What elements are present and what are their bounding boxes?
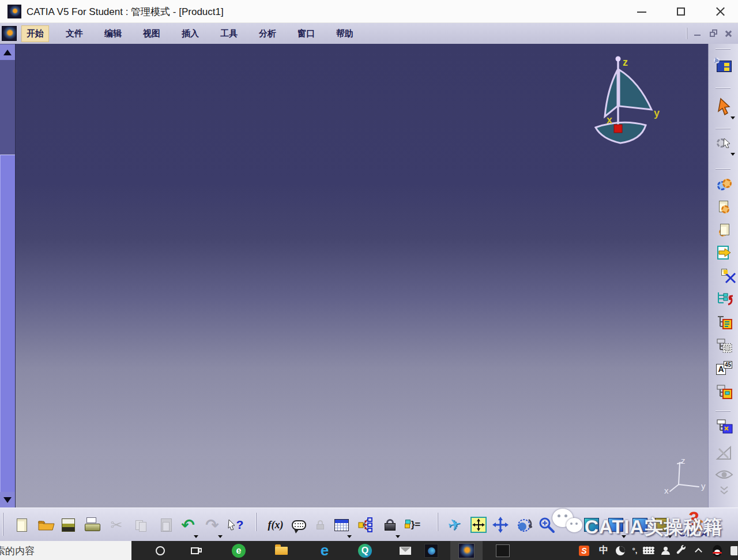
- doc-gear-icon[interactable]: [713, 196, 735, 217]
- menu-item-help[interactable]: 帮助: [332, 26, 358, 42]
- toolbar-handle[interactable]: [716, 48, 731, 50]
- mdi-close-button[interactable]: [722, 27, 736, 40]
- more-tools-chevron-icon[interactable]: [713, 484, 735, 497]
- user-icon[interactable]: [657, 541, 673, 560]
- scroll-up-button[interactable]: [0, 44, 15, 60]
- task-view-icon[interactable]: [183, 541, 206, 560]
- mail-app-icon[interactable]: [394, 541, 417, 560]
- a45-numbering-icon[interactable]: A 45: [713, 359, 735, 379]
- catia-app-icon: [7, 5, 21, 18]
- formula-fx-icon[interactable]: f(x): [265, 514, 286, 536]
- menu-item-tools[interactable]: 工具: [216, 26, 242, 42]
- tree-orange-node-icon[interactable]: [713, 382, 735, 403]
- settings-wrench-icon[interactable]: [672, 541, 690, 560]
- relations-icon[interactable]: [356, 514, 376, 536]
- ime-symbols-indicator[interactable]: °,: [628, 541, 641, 560]
- menu-item-analyze[interactable]: 分析: [254, 26, 281, 42]
- maximize-button[interactable]: [668, 0, 694, 23]
- edge-browser-icon[interactable]: e: [313, 541, 336, 560]
- save-icon[interactable]: [58, 514, 78, 536]
- tree-yellow-node-icon[interactable]: [713, 313, 735, 333]
- menu-item-start[interactable]: 开始: [21, 25, 49, 42]
- dropdown-arrow-icon[interactable]: [396, 535, 400, 538]
- view-mode-perspective-icon[interactable]: [630, 514, 650, 536]
- scrollbar-thumb[interactable]: [0, 155, 15, 492]
- catia-taskbar-button-active[interactable]: [450, 541, 483, 560]
- lock-icon[interactable]: [379, 514, 400, 536]
- menu-item-insert[interactable]: 插入: [177, 26, 204, 42]
- dropdown-arrow-icon[interactable]: [731, 153, 735, 156]
- scroll-down-button[interactable]: [0, 492, 15, 508]
- hidden-icons-chevron[interactable]: [691, 541, 706, 560]
- pan-icon[interactable]: [490, 514, 511, 536]
- hide-show-eye-icon[interactable]: [713, 464, 735, 485]
- toolbar-handle[interactable]: [716, 128, 731, 129]
- ime-chinese-indicator[interactable]: 中: [596, 541, 612, 560]
- menu-item-window[interactable]: 窗口: [293, 26, 319, 42]
- tree-dashed-node-icon[interactable]: [713, 336, 735, 356]
- select-arrow-icon[interactable]: [713, 96, 735, 117]
- qq-browser-icon[interactable]: Q: [353, 541, 376, 560]
- taskbar-search-box[interactable]: 索的内容: [0, 541, 131, 560]
- tree-blue-node-icon[interactable]: [713, 416, 735, 437]
- dropdown-arrow-icon[interactable]: [622, 535, 626, 538]
- tree-red-arrow-icon[interactable]: [713, 288, 735, 309]
- close-button[interactable]: [707, 0, 733, 23]
- menu-item-file[interactable]: 文件: [61, 26, 88, 42]
- brand-name-text: CATIA: [679, 528, 708, 538]
- menu-item-edit[interactable]: 编辑: [100, 26, 126, 42]
- windows-taskbar: 索的内容 e e Q S 中 °,: [0, 541, 738, 560]
- file-explorer-icon[interactable]: [270, 541, 293, 560]
- minimize-button[interactable]: [628, 0, 655, 23]
- sogou-input-icon[interactable]: S: [575, 541, 593, 560]
- paste-icon[interactable]: [155, 514, 175, 536]
- whats-this-icon[interactable]: ?: [225, 514, 246, 536]
- toolbar-handle[interactable]: [716, 411, 731, 412]
- open-folder-icon[interactable]: [36, 514, 57, 536]
- console-app-icon[interactable]: [491, 541, 514, 560]
- cut-icon[interactable]: ✂: [106, 514, 127, 536]
- cortana-icon[interactable]: [149, 541, 172, 560]
- gear-select-icon[interactable]: [713, 133, 735, 153]
- update-gears-icon[interactable]: [713, 173, 735, 194]
- toolbar-handle[interactable]: [716, 168, 731, 170]
- qq-icon[interactable]: [709, 541, 725, 560]
- equivalent-dimensions-icon[interactable]: }=: [402, 514, 423, 536]
- fly-mode-plane-icon[interactable]: ✈: [444, 514, 465, 536]
- new-doc-icon[interactable]: [12, 514, 32, 536]
- dropdown-arrow-icon[interactable]: [731, 116, 735, 119]
- design-table-icon[interactable]: [331, 514, 352, 536]
- mdi-minimize-button[interactable]: [691, 27, 705, 40]
- doc-arrow-icon[interactable]: [713, 242, 735, 263]
- quiet-hours-moon-icon[interactable]: [612, 541, 628, 560]
- 3d-compass[interactable]: z y x: [589, 52, 664, 149]
- rotate-icon[interactable]: [513, 514, 534, 536]
- dropdown-arrow-icon[interactable]: [194, 535, 198, 538]
- fit-all-in-icon[interactable]: [468, 514, 489, 536]
- undo-icon[interactable]: ↶: [178, 514, 198, 536]
- break-link-icon[interactable]: [713, 265, 735, 286]
- catia-brand-logo: 3 S CATIA: [663, 509, 737, 541]
- zoom-in-icon[interactable]: [536, 514, 557, 536]
- print-icon[interactable]: [82, 514, 103, 536]
- dassault-3ds-icon[interactable]: [420, 541, 443, 560]
- toolbar-handle[interactable]: [2, 513, 3, 536]
- measure-icon[interactable]: [713, 442, 735, 463]
- gear-doc-icon[interactable]: [713, 219, 735, 240]
- dropdown-arrow-icon[interactable]: [218, 535, 223, 538]
- copy-icon[interactable]: [130, 514, 151, 536]
- view-mode-wireframe-icon[interactable]: [605, 514, 626, 536]
- dropdown-arrow-icon[interactable]: [347, 535, 352, 538]
- view-mode-shading-icon[interactable]: [581, 514, 602, 536]
- green-e-browser-icon[interactable]: e: [227, 541, 250, 560]
- toolbar-handle[interactable]: [716, 88, 731, 89]
- touch-keyboard-icon[interactable]: [640, 541, 657, 560]
- comment-bubble-icon[interactable]: [288, 514, 309, 536]
- product-structure-icon[interactable]: [713, 56, 735, 77]
- redo-icon[interactable]: ↷: [202, 514, 223, 536]
- power-plug-icon[interactable]: [730, 541, 738, 560]
- menu-item-view[interactable]: 视图: [138, 26, 165, 42]
- compass-z-label: z: [623, 57, 628, 68]
- mdi-restore-button[interactable]: [707, 27, 721, 40]
- small-lock-icon[interactable]: [310, 514, 330, 536]
